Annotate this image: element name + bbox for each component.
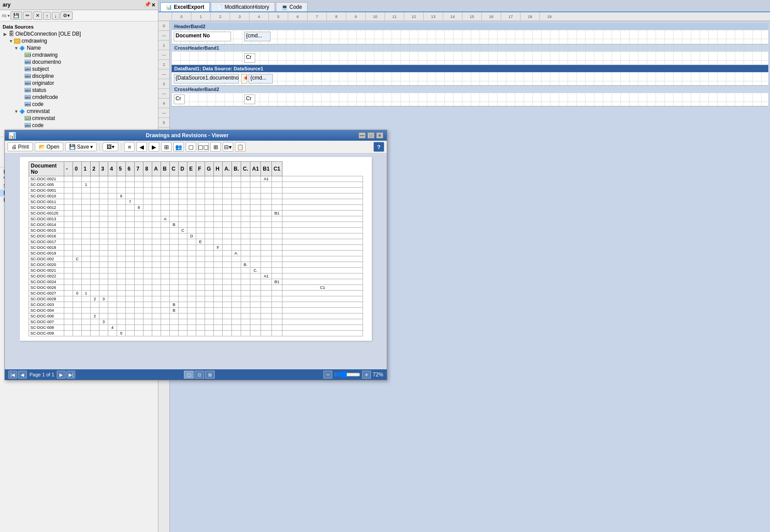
double-view-button[interactable]: ▢▢ <box>198 142 209 152</box>
tab-code[interactable]: 💻 Code <box>276 2 308 11</box>
close-button[interactable]: × <box>376 132 383 138</box>
table-cell-rev <box>82 302 91 308</box>
cell-cmd[interactable]: {cmd... <box>244 32 271 41</box>
table-cell-rev <box>117 302 126 308</box>
table-cell-rev <box>250 325 261 331</box>
ruler-mark-9: 9 <box>346 12 365 21</box>
open-button[interactable]: 📂 Open <box>35 142 63 151</box>
nav-next-button[interactable]: ▶ <box>57 371 66 379</box>
view-grid-button[interactable]: ⊞ <box>205 371 215 379</box>
maximize-button[interactable]: □ <box>367 132 374 138</box>
tree-cmdrawing-field[interactable]: 123 cmdrawing <box>0 51 158 58</box>
table-cell-dash <box>64 216 73 222</box>
tree-code2[interactable]: abc code <box>0 122 158 129</box>
table-cell-rev <box>196 199 205 205</box>
print-button[interactable]: 🖨 Print <box>7 142 33 151</box>
view-single-button[interactable]: ▢ <box>184 371 194 379</box>
cell-datasource-docno[interactable]: {DataSource1.documentno} <box>174 74 239 84</box>
table-cell-rev <box>117 239 126 245</box>
single-view-button[interactable]: ▢ <box>186 142 196 152</box>
table-cell-rev <box>82 308 91 313</box>
cell-cr1[interactable]: Cr <box>244 53 255 63</box>
nav-prev-button[interactable]: ◀ <box>18 371 27 379</box>
close-icon[interactable]: × <box>152 1 155 8</box>
cell-cmd2[interactable]: {cmd... <box>249 74 273 84</box>
gallery-button[interactable]: 🖼▾ <box>103 142 118 151</box>
pin-icon[interactable]: 📌 <box>144 1 151 8</box>
table-cell-rev <box>99 193 108 199</box>
th-A1: A1 <box>250 162 261 176</box>
toolbar-btn-up[interactable]: ↑ <box>43 12 51 20</box>
gallery-icon: 🖼▾ <box>106 144 114 150</box>
tree-cmrevstat-field[interactable]: 123 cmrevstat <box>0 115 158 122</box>
view-fit-button[interactable]: ⊡ <box>194 371 204 379</box>
table-cell-rev <box>91 325 99 331</box>
tree-name-folder[interactable]: ▼ 🔷 Name <box>0 44 158 51</box>
toolbar-btn-delete[interactable]: ✕ <box>33 11 42 20</box>
save-button[interactable]: 💾 Save ▾ <box>65 142 97 151</box>
toolbar-btn-save[interactable]: 💾 <box>11 11 22 20</box>
table-cell-dash <box>64 325 73 331</box>
nav-last-button[interactable]: ▶| <box>66 371 75 379</box>
nav-left-button[interactable]: ◀ <box>136 142 147 152</box>
table-cell-docno: SC-DOC-0016 <box>29 233 64 239</box>
table-row: SC-DOC-00117 <box>29 199 363 205</box>
clipboard-button[interactable]: 📋 <box>235 142 246 152</box>
list-view-button[interactable]: ≡ <box>124 142 135 152</box>
toolbar-btn-down[interactable]: ↓ <box>52 12 60 20</box>
table-cell-rev <box>99 262 108 268</box>
table-cell-rev: 4 <box>108 325 117 331</box>
header-band2[interactable]: HeaderBand2 Document No {cmd... <box>172 23 768 44</box>
table-cell-rev <box>82 233 91 239</box>
tree-status[interactable]: abc status <box>0 87 158 94</box>
cell-pin[interactable]: 📌 <box>241 74 247 84</box>
cross-header-band1[interactable]: CrossHeaderBand1 Cr <box>172 44 768 65</box>
table-cell-rev <box>73 188 82 193</box>
cell-cr2a[interactable]: Cr <box>174 95 185 104</box>
zoom-out-button[interactable]: − <box>323 371 332 379</box>
table-cell-rev <box>223 233 232 239</box>
cell-document-no[interactable]: Document No <box>174 32 231 41</box>
tree-connection[interactable]: ▶ 🗄 OleDbConnection [OLE DB] <box>0 30 158 37</box>
table-cell-rev <box>282 228 363 233</box>
tree-discipline[interactable]: abc discipline <box>0 73 158 80</box>
grid-button[interactable]: ⊞ <box>161 142 172 152</box>
nav-right-button[interactable]: ▶ <box>149 142 159 152</box>
table-cell-rev <box>241 211 250 216</box>
tree-cmdefcode[interactable]: abc cmdefcode <box>0 94 158 101</box>
toolbar-row: ns ▾ 💾 ✏ ✕ ↑ ↓ ⚙▾ <box>0 10 158 22</box>
table-row: SC-DOC-0062 <box>29 313 363 319</box>
tree-code[interactable]: abc code <box>0 101 158 108</box>
table-cell-rev <box>250 239 261 245</box>
tree-cmrevstat[interactable]: ▼ 🔷 cmrevstat <box>0 108 158 115</box>
split-button[interactable]: ⊟▾ <box>223 142 233 152</box>
table-cell-rev <box>99 291 108 296</box>
zoom-slider[interactable] <box>334 371 360 378</box>
viewer-content[interactable]: Document No - 0 1 2 3 4 5 6 7 8 A B C <box>5 153 387 369</box>
toolbar-btn-settings[interactable]: ⚙▾ <box>60 11 73 20</box>
tree-subject[interactable]: abc subject <box>0 66 158 73</box>
table-cell-rev <box>271 273 282 279</box>
data-band1[interactable]: DataBand1; Data Source: DataSource1 {Dat… <box>172 65 768 86</box>
cell-cr2b[interactable]: Cr <box>244 95 255 104</box>
tab-excel-export[interactable]: 📊 ExcelExport <box>160 2 210 11</box>
table-cell-rev <box>161 182 170 188</box>
table-cell-rev <box>232 285 241 291</box>
table-cell-rev <box>261 268 271 273</box>
tree-label-subject: subject <box>32 66 49 72</box>
group-button[interactable]: 👥 <box>173 142 184 152</box>
toolbar-btn-edit[interactable]: ✏ <box>23 11 32 20</box>
help-button[interactable]: ? <box>374 142 384 152</box>
table-cell-dash <box>64 279 73 285</box>
nav-first-button[interactable]: |◀ <box>8 371 17 379</box>
quad-view-button[interactable]: ⊞ <box>210 142 221 152</box>
tree-documentno[interactable]: abc documentno <box>0 58 158 66</box>
tab-modification-history[interactable]: 📄 ModificationHistory <box>211 2 275 11</box>
tree-cmdrawing-main[interactable]: ▼ cmdrawing <box>0 37 158 44</box>
cross-header-band2[interactable]: CrossHeaderBand2 Cr Cr <box>172 86 768 106</box>
zoom-in-button[interactable]: + <box>362 371 371 379</box>
tree-originator[interactable]: abc originator <box>0 80 158 87</box>
table-cell-rev <box>108 296 117 302</box>
minimize-button[interactable]: — <box>359 132 366 138</box>
table-cell-rev: 3 <box>99 319 108 325</box>
